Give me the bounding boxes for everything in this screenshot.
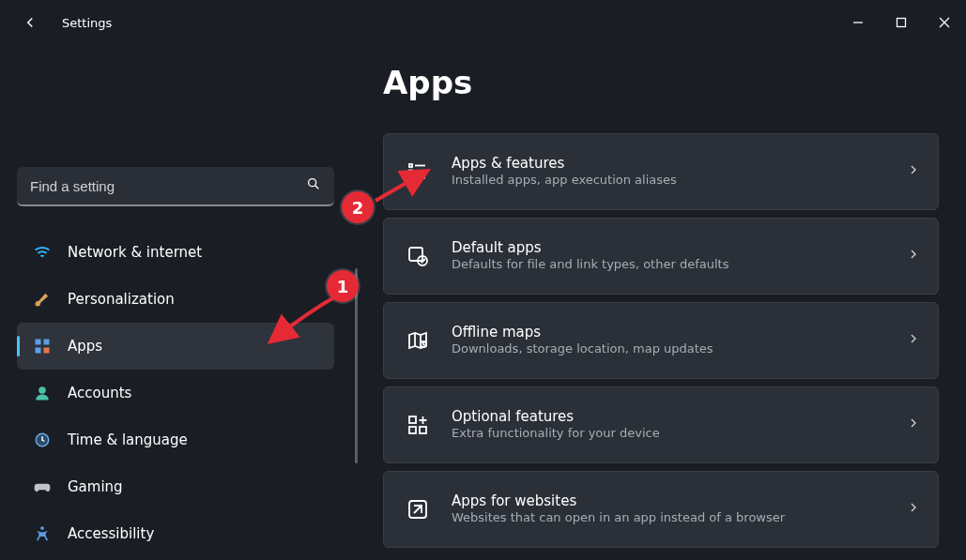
annotation-number-2: 2 [342, 191, 374, 223]
page-title: Apps [383, 64, 472, 101]
brush-icon [32, 289, 53, 310]
sidebar-item-accessibility[interactable]: Accessibility [17, 510, 334, 557]
search-icon [306, 176, 321, 195]
sidebar-item-label: Time & language [68, 431, 188, 448]
svg-rect-6 [36, 340, 41, 345]
search-input[interactable] [30, 178, 306, 194]
window-controls [836, 8, 966, 38]
chevron-right-icon [906, 162, 921, 181]
sidebar-item-accounts[interactable]: Accounts [17, 370, 334, 416]
sidebar-item-label: Accessibility [68, 525, 154, 542]
svg-rect-23 [409, 427, 416, 433]
chevron-right-icon [906, 331, 921, 350]
card-apps-websites[interactable]: Apps for websites Websites that can open… [383, 471, 939, 548]
svg-rect-24 [420, 427, 426, 433]
apps-icon [32, 336, 53, 356]
default-apps-icon [405, 243, 431, 269]
sidebar-item-personalization[interactable]: Personalization [17, 276, 334, 323]
minimize-button[interactable] [836, 8, 880, 38]
card-subtitle: Extra functionality for your device [452, 426, 906, 442]
card-title: Apps & features [452, 155, 906, 174]
svg-point-4 [309, 179, 316, 187]
back-button[interactable] [19, 11, 41, 34]
svg-rect-13 [409, 164, 412, 167]
chevron-right-icon [906, 500, 921, 519]
svg-rect-15 [409, 171, 412, 174]
sidebar-item-time[interactable]: Time & language [17, 416, 334, 463]
svg-rect-7 [44, 340, 50, 345]
sidebar-nav: Network & internet Personalization Apps … [17, 229, 334, 557]
sidebar-item-label: Accounts [68, 385, 131, 401]
card-title: Default apps [452, 239, 906, 258]
card-default-apps[interactable]: Default apps Defaults for file and link … [383, 218, 939, 295]
card-subtitle: Defaults for file and link types, other … [452, 257, 906, 273]
sidebar-item-label: Apps [68, 338, 102, 355]
card-subtitle: Installed apps, app execution aliases [452, 173, 906, 189]
svg-rect-8 [36, 348, 41, 354]
card-offline-maps[interactable]: Offline maps Downloads, storage location… [383, 302, 939, 379]
sidebar-item-apps[interactable]: Apps [17, 323, 334, 370]
settings-cards: Apps & features Installed apps, app exec… [383, 133, 939, 548]
sidebar-item-network[interactable]: Network & internet [17, 229, 334, 276]
websites-icon [405, 496, 431, 522]
account-icon [32, 383, 53, 403]
gaming-icon [32, 477, 53, 497]
svg-rect-1 [897, 19, 906, 27]
wifi-icon [32, 242, 53, 263]
list-icon [405, 159, 431, 185]
svg-point-10 [38, 386, 46, 394]
sidebar-item-label: Gaming [68, 478, 123, 495]
map-icon [405, 327, 431, 354]
add-feature-icon [405, 412, 431, 438]
svg-point-12 [40, 526, 44, 530]
sidebar-item-label: Personalization [68, 291, 175, 308]
accessibility-icon [32, 523, 53, 544]
close-button[interactable] [923, 8, 966, 38]
chevron-right-icon [906, 416, 921, 434]
search-box[interactable] [17, 167, 334, 206]
svg-line-5 [315, 186, 319, 189]
card-subtitle: Websites that can open in an app instead… [452, 510, 906, 526]
svg-rect-19 [409, 248, 422, 261]
svg-rect-22 [409, 416, 416, 423]
chevron-right-icon [906, 247, 921, 265]
card-subtitle: Downloads, storage location, map updates [452, 341, 906, 357]
sidebar-scrollbar[interactable] [355, 268, 358, 463]
svg-rect-17 [409, 176, 412, 179]
svg-rect-9 [44, 348, 50, 354]
card-optional-features[interactable]: Optional features Extra functionality fo… [383, 386, 939, 463]
time-icon [32, 430, 53, 450]
sidebar-item-gaming[interactable]: Gaming [17, 463, 334, 510]
sidebar-item-label: Network & internet [68, 244, 202, 261]
window-title: Settings [62, 16, 112, 30]
card-title: Apps for websites [452, 492, 906, 511]
card-apps-features[interactable]: Apps & features Installed apps, app exec… [383, 133, 939, 210]
card-title: Offline maps [452, 324, 906, 342]
maximize-button[interactable] [880, 8, 923, 38]
card-title: Optional features [452, 408, 906, 427]
titlebar: Settings [0, 0, 966, 45]
